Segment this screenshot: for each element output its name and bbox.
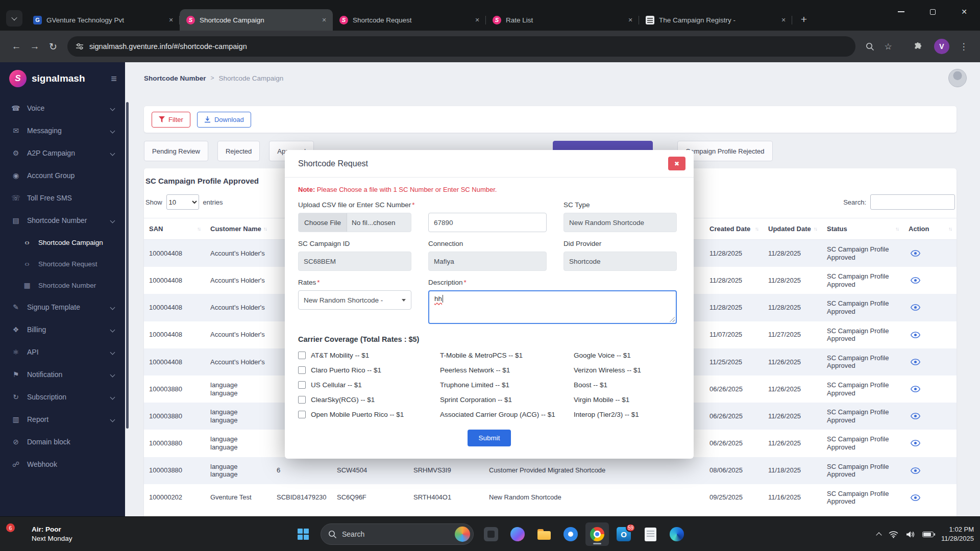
view-eye-icon[interactable] (909, 438, 922, 448)
browser-tab[interactable]: Shortcode Campaign ✕ (180, 9, 333, 31)
url-bar[interactable]: signalmash.gventure.info/#/shortcode-cam… (67, 36, 855, 57)
sort-icons[interactable]: ↑↓ (261, 226, 266, 232)
rates-select[interactable]: New Random Shortcode - (298, 290, 411, 310)
sidebar-item[interactable]: ▤ Shortcode Number (0, 209, 125, 232)
taskbar-weather-widget[interactable]: 6 Air: Poor Next Monday (4, 517, 79, 551)
back-button[interactable]: ← (7, 37, 26, 56)
modal-close-button[interactable]: ✖ (668, 157, 685, 170)
browser-tab[interactable]: Rate List ✕ (486, 9, 639, 31)
tray-expand-icon[interactable] (876, 532, 881, 538)
filter-tab[interactable]: Rejected (217, 141, 260, 161)
volume-icon[interactable] (906, 531, 915, 538)
column-header[interactable]: Created Date ↑↓ (704, 218, 763, 240)
sidebar-item[interactable]: ↻ Subscription (0, 386, 125, 408)
view-eye-icon[interactable] (909, 357, 922, 367)
bookmark-star-icon[interactable]: ☆ (879, 37, 897, 56)
view-eye-icon[interactable] (909, 330, 922, 340)
column-header[interactable]: Action ↑↓ (903, 218, 957, 240)
browser-menu-icon[interactable]: ⋮ (954, 37, 973, 56)
page-size-select[interactable]: 10 (166, 194, 199, 210)
sort-icons[interactable]: ↑↓ (753, 226, 758, 232)
sidebar-item[interactable]: ‹› Shortcode Request (0, 253, 125, 274)
window-minimize-button[interactable] (885, 0, 917, 23)
file-input[interactable]: Choose File No fil...chosen (298, 213, 411, 232)
taskbar-app-teams[interactable] (559, 522, 582, 546)
sidebar-toggle-icon[interactable]: ≡ (111, 73, 117, 85)
site-settings-icon[interactable] (76, 42, 84, 51)
tab-close-icon[interactable]: ✕ (320, 15, 329, 24)
tab-close-icon[interactable]: ✕ (626, 15, 635, 24)
column-header[interactable]: Updated Date ↑↓ (763, 218, 822, 240)
carrier-checkbox[interactable] (298, 396, 306, 404)
window-close-button[interactable]: ✕ (948, 0, 980, 23)
filter-button[interactable]: Filter (152, 112, 190, 128)
sidebar-item[interactable]: ⚑ Notification (0, 363, 125, 386)
sort-icons[interactable]: ↑↓ (195, 226, 200, 232)
browser-tab[interactable]: Shortcode Request ✕ (333, 9, 486, 31)
forward-button[interactable]: → (26, 37, 44, 56)
view-eye-icon[interactable] (909, 276, 922, 286)
sidebar-item[interactable]: ⚛ API (0, 341, 125, 363)
sidebar-item[interactable]: ☎ Voice (0, 97, 125, 119)
extensions-puzzle-icon[interactable] (909, 37, 927, 56)
tab-close-icon[interactable]: ✕ (166, 15, 176, 24)
column-header[interactable]: Customer Name ↑↓ (205, 218, 272, 240)
download-button[interactable]: Download (197, 112, 251, 128)
taskbar-app-outlook[interactable]: 59 (612, 522, 635, 546)
taskbar-app-notepad[interactable] (639, 522, 662, 546)
taskbar-search[interactable]: Search (321, 523, 474, 545)
wifi-icon[interactable] (889, 531, 898, 538)
user-avatar[interactable] (948, 69, 967, 87)
view-eye-icon[interactable] (909, 384, 922, 394)
tab-close-icon[interactable]: ✕ (473, 15, 482, 24)
tab-search-button[interactable] (6, 10, 22, 27)
sidebar-item[interactable]: ✎ Signup Template (0, 296, 125, 318)
profile-avatar[interactable]: V (934, 39, 949, 54)
sidebar-item[interactable]: ❖ Billing (0, 318, 125, 341)
taskbar-app-colorful[interactable] (506, 522, 529, 546)
description-textarea[interactable]: hh (428, 290, 677, 324)
sidebar-item[interactable]: ☍ Webhook (0, 453, 125, 475)
sidebar-item[interactable]: ◉ Account Group (0, 164, 125, 187)
view-eye-icon[interactable] (909, 411, 922, 421)
sidebar-item[interactable]: ▦ Shortcode Number (0, 274, 125, 296)
start-button[interactable] (291, 522, 315, 546)
battery-icon[interactable] (922, 532, 934, 537)
sidebar-item[interactable]: ▥ Report (0, 408, 125, 431)
resize-grip-icon[interactable] (669, 316, 675, 322)
column-header[interactable]: SAN ↑↓ (144, 218, 205, 240)
tab-close-icon[interactable]: ✕ (779, 15, 788, 24)
choose-file-button[interactable]: Choose File (299, 213, 347, 232)
sc-number-input[interactable] (428, 213, 547, 232)
taskbar-app-chrome[interactable] (585, 522, 609, 546)
sidebar-scrollbar[interactable] (126, 102, 129, 429)
carrier-checkbox[interactable] (298, 352, 306, 359)
view-eye-icon[interactable] (909, 492, 922, 503)
sidebar-item[interactable]: ✉ Messaging (0, 119, 125, 142)
sidebar-item[interactable]: ‹› Shortcode Campaign (0, 232, 125, 253)
browser-tab[interactable]: GVenture Technology Pvt ✕ (27, 9, 180, 31)
view-eye-icon[interactable] (909, 303, 922, 313)
carrier-checkbox[interactable] (298, 381, 306, 389)
taskbar-app-file-explorer[interactable] (532, 522, 556, 546)
window-maximize-button[interactable] (917, 0, 948, 23)
breadcrumb-parent[interactable]: Shortcode Number (144, 74, 206, 82)
sidebar-item[interactable]: ⊘ Domain block (0, 431, 125, 453)
taskbar-app-edge[interactable] (665, 522, 689, 546)
view-eye-icon[interactable] (909, 465, 922, 475)
column-header[interactable]: Status ↑↓ (822, 218, 903, 240)
view-eye-icon[interactable] (909, 248, 922, 259)
table-search-input[interactable] (870, 194, 955, 210)
carrier-checkbox[interactable] (298, 366, 306, 374)
filter-tab[interactable]: Pending Review (144, 141, 208, 161)
sort-icons[interactable]: ↑↓ (946, 226, 951, 232)
sidebar-item[interactable]: ☏ Toll Free SMS (0, 187, 125, 209)
new-tab-button[interactable]: + (796, 11, 812, 27)
taskbar-clock[interactable]: 1:02 PM 11/28/2025 (941, 525, 974, 543)
sort-icons[interactable]: ↑↓ (893, 226, 898, 232)
search-icon[interactable] (861, 37, 879, 56)
submit-button[interactable]: Submit (468, 430, 510, 446)
sidebar-item[interactable]: ⚙ A2P Campaign (0, 142, 125, 164)
browser-tab[interactable]: The Campaign Registry - ✕ (639, 9, 792, 31)
sort-icons[interactable]: ↑↓ (812, 226, 817, 232)
